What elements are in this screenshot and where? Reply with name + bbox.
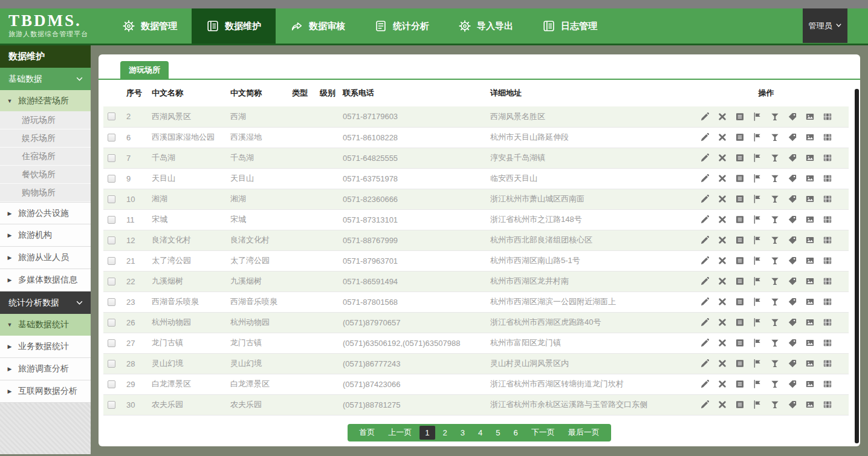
row-checkbox[interactable] [108,298,115,306]
sidebar-item-旅游机构[interactable]: ▶旅游机构 [0,224,91,247]
detail-icon[interactable] [735,132,745,142]
edit-icon[interactable] [700,112,710,122]
flag-icon[interactable] [753,235,762,245]
sidebar-item-餐饮场所[interactable]: 餐饮场所 [0,166,91,184]
flag-icon[interactable] [753,153,762,163]
tag-icon[interactable] [788,256,797,265]
nav-item-日志管理[interactable]: 日志管理 [528,8,612,44]
filter-icon[interactable] [770,256,780,265]
image-icon[interactable] [805,318,815,327]
page-button-首页[interactable]: 首页 [354,425,380,440]
row-checkbox[interactable] [108,278,115,285]
row-checkbox[interactable] [108,195,115,203]
filter-icon[interactable] [770,297,780,307]
tag-icon[interactable] [788,379,797,389]
sidebar-item-旅游从业人员[interactable]: ▶旅游从业人员 [0,247,91,269]
flag-icon[interactable] [753,338,762,348]
edit-icon[interactable] [700,359,710,368]
nav-item-导入导出[interactable]: 导入导出 [444,8,528,44]
flag-icon[interactable] [753,318,762,327]
flag-icon[interactable] [753,359,762,368]
detail-icon[interactable] [735,338,745,348]
tag-icon[interactable] [788,174,797,183]
image-icon[interactable] [805,256,815,265]
delete-icon[interactable] [717,400,727,409]
image-icon[interactable] [805,379,815,389]
sidebar-item-购物场所[interactable]: 购物场所 [0,184,91,202]
detail-icon[interactable] [735,112,745,122]
detail-icon[interactable] [735,215,745,224]
filter-icon[interactable] [770,318,780,327]
flag-icon[interactable] [753,276,762,286]
filter-icon[interactable] [770,215,780,224]
detail-icon[interactable] [735,276,745,286]
page-button-1[interactable]: 1 [419,426,435,440]
film-icon[interactable] [823,318,832,327]
sidebar-item-游玩场所[interactable]: 游玩场所 [0,111,91,129]
film-icon[interactable] [823,215,832,224]
tag-icon[interactable] [788,215,797,224]
sidebar-item-娱乐场所[interactable]: 娱乐场所 [0,129,91,148]
page-button-3[interactable]: 3 [455,426,470,440]
row-checkbox[interactable] [108,319,115,327]
film-icon[interactable] [823,276,832,286]
filter-icon[interactable] [770,194,780,204]
flag-icon[interactable] [753,174,762,183]
row-checkbox[interactable] [108,257,115,265]
flag-icon[interactable] [753,194,762,204]
vertical-scrollbar[interactable] [855,89,859,443]
row-checkbox[interactable] [108,154,115,162]
film-icon[interactable] [823,132,832,142]
nav-item-数据维护[interactable]: 数据维护 [192,8,276,44]
tag-icon[interactable] [788,297,797,307]
flag-icon[interactable] [753,215,762,224]
image-icon[interactable] [805,359,815,368]
delete-icon[interactable] [717,359,727,368]
tag-icon[interactable] [788,112,797,122]
filter-icon[interactable] [770,379,780,389]
row-checkbox[interactable] [108,339,115,347]
detail-icon[interactable] [735,297,745,307]
film-icon[interactable] [823,174,832,183]
image-icon[interactable] [805,153,815,163]
filter-icon[interactable] [770,174,780,183]
detail-icon[interactable] [735,359,745,368]
film-icon[interactable] [823,338,832,348]
edit-icon[interactable] [700,194,710,204]
row-checkbox[interactable] [108,175,115,183]
sidebar-item-住宿场所[interactable]: 住宿场所 [0,148,91,166]
delete-icon[interactable] [717,338,727,348]
delete-icon[interactable] [717,194,727,204]
image-icon[interactable] [805,194,815,204]
flag-icon[interactable] [753,112,762,122]
page-button-下一页[interactable]: 下一页 [526,425,560,440]
image-icon[interactable] [805,400,815,409]
edit-icon[interactable] [700,256,710,265]
delete-icon[interactable] [717,276,727,286]
filter-icon[interactable] [770,276,780,286]
sidebar-item-旅游调查分析[interactable]: ▶旅游调查分析 [0,358,91,380]
sidebar-item-互联网数据分析[interactable]: ▶互联网数据分析 [0,380,91,403]
sidebar-item-基础数据[interactable]: 基础数据 [0,68,91,90]
film-icon[interactable] [823,400,832,409]
detail-icon[interactable] [735,256,745,265]
row-checkbox[interactable] [108,216,115,224]
sidebar-item-统计分析数据[interactable]: 统计分析数据 [0,292,91,314]
edit-icon[interactable] [700,276,710,286]
detail-icon[interactable] [735,400,745,409]
page-button-5[interactable]: 5 [490,426,505,440]
filter-icon[interactable] [770,338,780,348]
tag-icon[interactable] [788,400,797,409]
filter-icon[interactable] [770,235,780,245]
tag-icon[interactable] [788,318,797,327]
edit-icon[interactable] [700,235,710,245]
flag-icon[interactable] [753,400,762,409]
sidebar-item-多媒体数据信息[interactable]: ▶多媒体数据信息 [0,269,91,292]
sidebar-item-基础数据统计[interactable]: ▼基础数据统计 [0,314,91,336]
row-checkbox[interactable] [108,134,115,142]
edit-icon[interactable] [700,297,710,307]
image-icon[interactable] [805,132,815,142]
sidebar-item-旅游公共设施[interactable]: ▶旅游公共设施 [0,202,91,224]
filter-icon[interactable] [770,132,780,142]
flag-icon[interactable] [753,297,762,307]
